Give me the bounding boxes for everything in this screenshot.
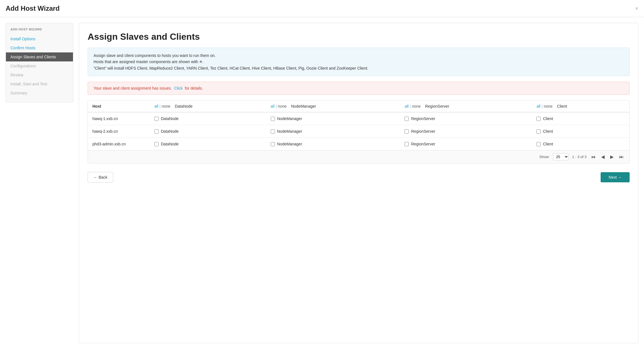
- datanode-cell-1: DataNode: [150, 125, 266, 138]
- nodemanager-checkbox-0[interactable]: [271, 117, 275, 121]
- client-checkbox-0[interactable]: [536, 117, 541, 121]
- nodemanager-checkbox-1[interactable]: [271, 129, 275, 134]
- info-line-2: Hosts that are assigned master component…: [94, 59, 624, 65]
- client-cell-1: Client: [532, 125, 629, 138]
- error-click-link[interactable]: Click: [174, 86, 183, 90]
- client-cell-2: Client: [532, 138, 629, 150]
- host-cell-2: phd3-admin.xxb.cn: [88, 138, 150, 150]
- close-button[interactable]: ×: [635, 6, 638, 11]
- page-title: Assign Slaves and Clients: [88, 32, 630, 42]
- sidebar-section-title: ADD HOST WIZARD: [6, 28, 73, 34]
- sidebar-item-assign-slaves[interactable]: Assign Slaves and Clients: [6, 52, 73, 61]
- info-box: Assign slave and client components to ho…: [88, 48, 630, 76]
- first-page-button[interactable]: ⏮: [590, 154, 597, 160]
- client-checkbox-2[interactable]: [536, 142, 541, 146]
- nodemanager-cell-0: NodeManager: [266, 112, 400, 125]
- regionserver-cell-2: RegionServer: [400, 138, 532, 150]
- table-header-row: Host all | none DataNode: [88, 101, 629, 112]
- datanode-checkbox-0[interactable]: [154, 117, 159, 121]
- info-line-1: Assign slave and client components to ho…: [94, 52, 624, 59]
- window: Add Host Wizard × ADD HOST WIZARD Instal…: [0, 0, 644, 350]
- sidebar-item-confirm-hosts[interactable]: Confirm Hosts: [6, 43, 73, 52]
- content-panel: Assign Slaves and Clients Assign slave a…: [79, 23, 638, 343]
- datanode-all-link[interactable]: all: [154, 104, 158, 108]
- sidebar-item-configurations: Configurations: [6, 61, 73, 70]
- nodemanager-all-link[interactable]: all: [271, 104, 275, 108]
- col-header-host: Host: [88, 101, 150, 112]
- regionserver-checkbox-1[interactable]: [405, 129, 409, 134]
- back-button[interactable]: ← Back: [88, 172, 113, 183]
- error-box: Your slave and client assignment has iss…: [88, 82, 630, 95]
- table-row: phd3-admin.xxb.cnDataNodeNodeManagerRegi…: [88, 138, 629, 150]
- error-text-suffix: for details.: [185, 86, 203, 90]
- sidebar-item-summary: Summary: [6, 88, 73, 98]
- sidebar-item-review: Review: [6, 70, 73, 79]
- assign-table: Host all | none DataNode: [88, 101, 629, 150]
- footer-actions: ← Back Next →: [88, 169, 630, 183]
- sidebar: ADD HOST WIZARD Install Options Confirm …: [6, 23, 73, 102]
- nodemanager-cell-1: NodeManager: [266, 125, 400, 138]
- regionserver-all-link[interactable]: all: [405, 104, 408, 108]
- host-cell-0: hawq-1.xxb.cn: [88, 112, 150, 125]
- sidebar-item-install-options[interactable]: Install Options: [6, 34, 73, 43]
- host-cell-1: hawq-2.xxb.cn: [88, 125, 150, 138]
- regionserver-checkbox-0[interactable]: [405, 117, 409, 121]
- col-header-nodemanager: all | none NodeManager: [266, 101, 400, 112]
- datanode-checkbox-1[interactable]: [154, 129, 159, 134]
- datanode-cell-0: DataNode: [150, 112, 266, 125]
- sidebar-item-install-start-test: Install, Start and Test: [6, 79, 73, 88]
- table-row: hawq-2.xxb.cnDataNodeNodeManagerRegionSe…: [88, 125, 629, 138]
- assign-table-container: Host all | none DataNode: [88, 100, 630, 163]
- regionserver-checkbox-2[interactable]: [405, 142, 409, 146]
- next-page-button[interactable]: ▶: [609, 154, 615, 160]
- client-none-link[interactable]: none: [544, 104, 552, 108]
- table-row: hawq-1.xxb.cnDataNodeNodeManagerRegionSe…: [88, 112, 629, 125]
- next-button[interactable]: Next →: [601, 172, 630, 182]
- pagination-row: Show: 25 10 50 100 1 - 3 of 3 ⏮ ◀ ▶ ⏭: [88, 150, 629, 163]
- show-label: Show:: [539, 155, 550, 159]
- page-size-select[interactable]: 25 10 50 100: [553, 153, 569, 160]
- page-info: 1 - 3 of 3: [572, 155, 587, 159]
- col-header-regionserver: all | none RegionServer: [400, 101, 532, 112]
- prev-page-button[interactable]: ◀: [600, 154, 606, 160]
- nodemanager-cell-2: NodeManager: [266, 138, 400, 150]
- client-cell-0: Client: [532, 112, 629, 125]
- datanode-none-link[interactable]: none: [162, 104, 170, 108]
- client-checkbox-1[interactable]: [536, 129, 541, 134]
- window-header: Add Host Wizard ×: [0, 0, 644, 17]
- info-line-3: "Client" will install HDFS Client, MapRe…: [94, 65, 624, 71]
- regionserver-cell-0: RegionServer: [400, 112, 532, 125]
- datanode-cell-2: DataNode: [150, 138, 266, 150]
- window-title: Add Host Wizard: [6, 5, 60, 12]
- nodemanager-none-link[interactable]: none: [278, 104, 287, 108]
- last-page-button[interactable]: ⏭: [618, 154, 625, 160]
- main-content: ADD HOST WIZARD Install Options Confirm …: [0, 17, 644, 349]
- col-header-client: all | none Client: [532, 101, 629, 112]
- regionserver-cell-1: RegionServer: [400, 125, 532, 138]
- error-text-prefix: Your slave and client assignment has iss…: [94, 86, 172, 90]
- client-all-link[interactable]: all: [536, 104, 540, 108]
- col-header-datanode: all | none DataNode: [150, 101, 266, 112]
- datanode-checkbox-2[interactable]: [154, 142, 159, 146]
- regionserver-none-link[interactable]: none: [412, 104, 421, 108]
- nodemanager-checkbox-2[interactable]: [271, 142, 275, 146]
